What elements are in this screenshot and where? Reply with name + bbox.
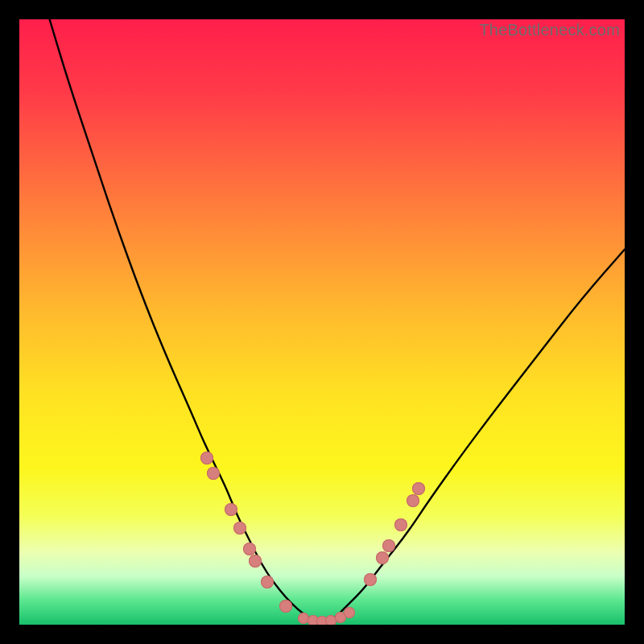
highlight-dot (261, 576, 274, 588)
highlight-dot (279, 600, 292, 613)
highlight-dot (233, 522, 246, 535)
svg-rect-0 (19, 19, 625, 625)
watermark-text: TheBottleneck.com (479, 21, 620, 39)
highlight-dot (412, 482, 425, 495)
highlight-dot (225, 503, 237, 516)
highlight-dot (243, 543, 256, 555)
highlight-dot (249, 555, 262, 568)
highlight-dot (407, 494, 419, 507)
highlight-dot (207, 467, 220, 480)
plot-area: TheBottleneck.com (19, 19, 625, 625)
highlight-dot (364, 573, 377, 586)
highlight-dot (200, 452, 213, 464)
outer-frame: TheBottleneck.com (0, 0, 644, 644)
highlight-dot (394, 518, 407, 531)
highlight-dot (376, 551, 389, 564)
highlight-dot (344, 607, 355, 618)
background-gradient (19, 19, 625, 625)
highlight-dot (382, 539, 395, 552)
